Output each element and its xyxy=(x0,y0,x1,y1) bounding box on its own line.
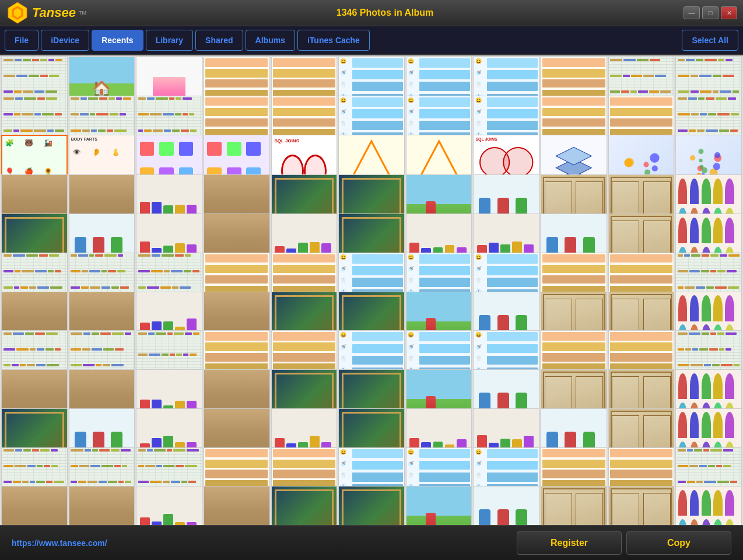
svg-point-25 xyxy=(650,153,659,162)
svg-point-19 xyxy=(625,158,634,167)
register-button[interactable]: Register xyxy=(517,531,622,555)
copy-button[interactable]: Copy xyxy=(626,531,731,555)
tab-idevice[interactable]: iDevice xyxy=(41,30,89,51)
tab-shared[interactable]: Shared xyxy=(195,30,243,51)
minimize-button[interactable]: — xyxy=(684,6,700,19)
photo-thumbnail[interactable] xyxy=(136,486,202,525)
logo-text: Tansee xyxy=(32,5,76,20)
logo-tm: TM xyxy=(79,10,86,16)
main-area: 🏠😀🚿🦷👔🏃😀🚿🦷👔🏃😀🚿🦷👔🏃😀🚿🦷👔🏃😀🚿🦷👔🏃😀🚿🦷👔🏃🧩🐻🚂🎈🍎🌻BOD… xyxy=(0,55,743,525)
svg-point-41 xyxy=(699,149,704,154)
svg-point-36 xyxy=(713,163,720,170)
logo-area: Tansee TM xyxy=(6,1,86,24)
photo-grid[interactable]: 🏠😀🚿🦷👔🏃😀🚿🦷👔🏃😀🚿🦷👔🏃😀🚿🦷👔🏃😀🚿🦷👔🏃😀🚿🦷👔🏃🧩🐻🚂🎈🍎🌻BOD… xyxy=(0,55,743,525)
tab-recents[interactable]: Recents xyxy=(92,30,143,51)
photo-thumbnail[interactable] xyxy=(541,486,607,525)
website-link[interactable]: https://www.tansee.com/ xyxy=(12,538,107,548)
svg-point-30 xyxy=(690,155,695,160)
window-controls[interactable]: — □ ✕ xyxy=(684,6,737,19)
svg-point-29 xyxy=(699,158,703,162)
close-button[interactable]: ✕ xyxy=(721,6,737,19)
photo-thumbnail[interactable] xyxy=(271,486,338,525)
tab-library[interactable]: Library xyxy=(146,30,193,51)
svg-point-40 xyxy=(714,152,720,158)
tab-albums[interactable]: Albums xyxy=(246,30,295,51)
logo-icon xyxy=(6,1,29,24)
tab-itunes-cache[interactable]: iTunes Cache xyxy=(297,30,370,51)
svg-point-16 xyxy=(643,162,649,167)
svg-point-37 xyxy=(702,167,707,173)
tab-file[interactable]: File xyxy=(5,30,38,51)
select-all-button[interactable]: Select All xyxy=(682,30,738,51)
photo-thumbnail[interactable] xyxy=(338,486,405,525)
svg-marker-11 xyxy=(556,147,591,164)
photo-thumbnail[interactable] xyxy=(473,486,539,525)
photo-thumbnail[interactable] xyxy=(1,486,68,525)
photo-thumbnail[interactable] xyxy=(204,486,270,525)
bottom-bar: https://www.tansee.com/ Register Copy xyxy=(0,525,743,560)
photo-thumbnail[interactable] xyxy=(675,486,742,525)
photo-thumbnail[interactable] xyxy=(69,486,135,525)
album-title: 1346 Photos in Album xyxy=(86,8,684,18)
bottom-buttons: Register Copy xyxy=(517,531,731,555)
title-bar: Tansee TM 1346 Photos in Album — □ ✕ xyxy=(0,0,743,26)
maximize-button[interactable]: □ xyxy=(702,6,719,19)
svg-point-17 xyxy=(651,165,657,171)
photo-thumbnail[interactable] xyxy=(406,486,472,525)
svg-point-6 xyxy=(503,148,532,177)
photo-thumbnail[interactable] xyxy=(608,486,675,525)
navbar: File iDevice Recents Library Shared Albu… xyxy=(0,26,743,55)
